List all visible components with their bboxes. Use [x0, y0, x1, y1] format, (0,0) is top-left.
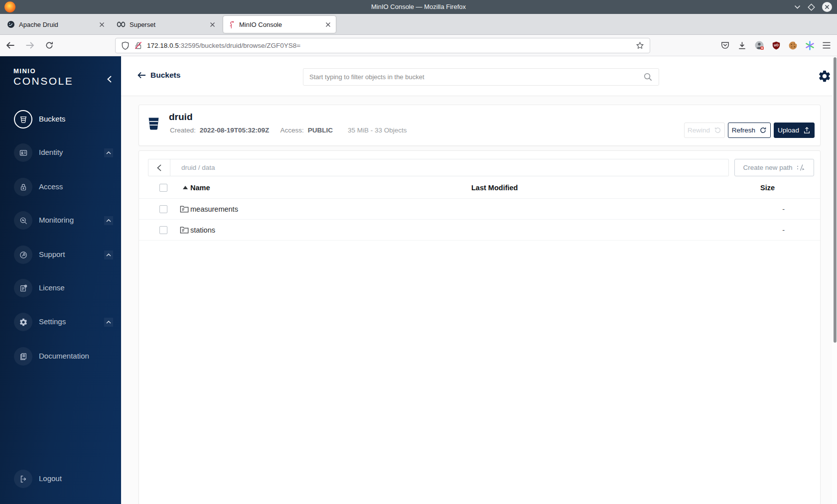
chevron-up-icon[interactable]: [104, 318, 113, 327]
bookmark-star-icon[interactable]: [636, 41, 644, 50]
sidebar-item-label: Logout: [39, 474, 62, 483]
tab-minio-console[interactable]: MinIO Console: [223, 16, 336, 33]
back-arrow-icon: [138, 72, 146, 79]
sidebar-item-settings[interactable]: Settings: [0, 311, 121, 333]
filter-objects-input[interactable]: [309, 73, 643, 81]
breadcrumb[interactable]: druid / data: [181, 164, 215, 171]
sidebar-item-label: Support: [39, 250, 65, 258]
window-title: MinIO Console — Mozilla Firefox: [0, 3, 837, 10]
sidebar-item-monitoring[interactable]: Monitoring: [0, 210, 121, 232]
tab-superset[interactable]: Superset: [112, 16, 220, 33]
asterisk-extension-icon[interactable]: [805, 41, 815, 50]
sidebar-collapse-icon[interactable]: [107, 75, 112, 83]
firefox-window: MinIO Console — Mozilla Firefox Apache D…: [0, 0, 837, 504]
created-value: 2022-08-19T05:32:09Z: [200, 126, 270, 134]
tab-label: Superset: [130, 21, 155, 28]
tab-strip: Apache Druid Superset MinIO Console: [0, 14, 837, 35]
url-host: 172.18.0.5: [147, 42, 179, 49]
table-row-measurements[interactable]: measurements -: [139, 199, 820, 220]
downloads-icon[interactable]: [737, 41, 747, 50]
tab-label: Apache Druid: [19, 21, 58, 28]
sidebar-item-label: Buckets: [39, 115, 65, 123]
page-scrollbar[interactable]: [832, 56, 837, 504]
bucket-icon: [14, 110, 32, 128]
refresh-icon: [759, 126, 767, 134]
chevron-up-icon[interactable]: [104, 216, 113, 225]
access-value: PUBLIC: [308, 126, 333, 134]
account-extension-icon[interactable]: [754, 40, 764, 50]
search-box: [303, 68, 659, 86]
row-checkbox[interactable]: [159, 226, 167, 234]
scrollbar-thumb[interactable]: [834, 57, 837, 343]
monitoring-icon: [14, 211, 32, 230]
refresh-button[interactable]: Refresh: [728, 123, 771, 138]
druid-favicon: [7, 20, 15, 28]
sidebar-item-label: License: [39, 283, 65, 292]
url-path: :32595/buckets/druid/browse/ZGF0YS8=: [179, 42, 300, 49]
window-close-icon[interactable]: [822, 2, 832, 12]
back-icon[interactable]: [6, 41, 15, 49]
object-size: -: [771, 205, 785, 213]
tab-close-icon[interactable]: [210, 22, 215, 27]
pocket-icon[interactable]: [720, 41, 730, 50]
sidebar-item-identity[interactable]: Identity: [0, 142, 121, 164]
logo-console-text: CONSOLE: [13, 75, 73, 87]
sidebar-item-label: Identity: [39, 148, 63, 156]
sidebar-item-documentation[interactable]: Documentation: [0, 346, 121, 368]
sidebar-item-buckets[interactable]: Buckets: [0, 109, 121, 130]
minio-sidebar: MINIO CONSOLE Buckets Identity: [0, 56, 121, 504]
shield-icon[interactable]: [121, 41, 130, 50]
menu-hamburger-icon[interactable]: [822, 41, 831, 49]
column-header-size[interactable]: Size: [760, 184, 775, 192]
sidebar-item-support[interactable]: Support: [0, 244, 121, 266]
sidebar-item-label: Access: [39, 182, 63, 191]
cookie-extension-icon[interactable]: [788, 41, 798, 50]
row-checkbox[interactable]: [159, 205, 167, 213]
column-header-last-modified[interactable]: Last Modified: [471, 184, 518, 192]
object-name: measurements: [190, 205, 238, 213]
create-path-icon: [797, 164, 806, 171]
rewind-button[interactable]: Rewind: [684, 123, 725, 138]
sidebar-item-logout[interactable]: Logout: [0, 468, 121, 490]
folder-icon: [180, 205, 189, 213]
select-all-checkbox[interactable]: [159, 184, 167, 192]
bucket-name: druid: [169, 112, 193, 123]
insecure-lock-icon[interactable]: [134, 41, 142, 50]
forward-icon[interactable]: [25, 41, 34, 49]
create-new-path-label: Create new path: [743, 164, 792, 171]
sort-ascending-icon[interactable]: [183, 186, 188, 189]
path-bar: druid / data: [148, 159, 729, 176]
folder-icon: [180, 226, 189, 234]
window-titlebar: MinIO Console — Mozilla Firefox: [0, 0, 837, 14]
sidebar-item-access[interactable]: Access: [0, 176, 121, 198]
tab-close-icon[interactable]: [325, 22, 331, 27]
path-back-chevron-icon[interactable]: [148, 159, 170, 176]
logout-icon: [14, 470, 32, 488]
bucket-metadata: Created: 2022-08-19T05:32:09Z Access: PU…: [170, 126, 407, 134]
window-maximize-icon[interactable]: [808, 3, 815, 11]
column-header-name[interactable]: Name: [190, 184, 210, 192]
upload-button[interactable]: Upload: [774, 123, 815, 138]
sidebar-item-license[interactable]: License: [0, 277, 121, 299]
browser-toolbar: 172.18.0.5:32595/buckets/druid/browse/ZG…: [0, 35, 837, 56]
console-settings-gear-icon[interactable]: [818, 69, 832, 83]
refresh-button-label: Refresh: [732, 126, 755, 134]
ublock-icon[interactable]: uO: [772, 41, 781, 50]
url-bar[interactable]: 172.18.0.5:32595/buckets/druid/browse/ZG…: [115, 38, 650, 53]
tab-label: MinIO Console: [239, 21, 282, 28]
window-minimize-icon[interactable]: [794, 5, 801, 9]
object-name: stations: [190, 226, 215, 234]
rewind-icon: [714, 126, 721, 134]
reload-icon[interactable]: [45, 41, 54, 50]
tab-close-icon[interactable]: [99, 22, 105, 27]
back-to-buckets-link[interactable]: Buckets: [138, 71, 180, 80]
identity-icon: [14, 143, 32, 162]
support-icon: [14, 246, 32, 264]
chevron-up-icon[interactable]: [104, 251, 113, 259]
tab-apache-druid[interactable]: Apache Druid: [2, 16, 110, 33]
url-text[interactable]: 172.18.0.5:32595/buckets/druid/browse/ZG…: [147, 42, 300, 49]
chevron-up-icon[interactable]: [104, 148, 113, 157]
create-new-path-button[interactable]: Create new path: [734, 159, 814, 176]
documentation-icon: [14, 347, 32, 366]
table-row-stations[interactable]: stations -: [139, 220, 820, 241]
